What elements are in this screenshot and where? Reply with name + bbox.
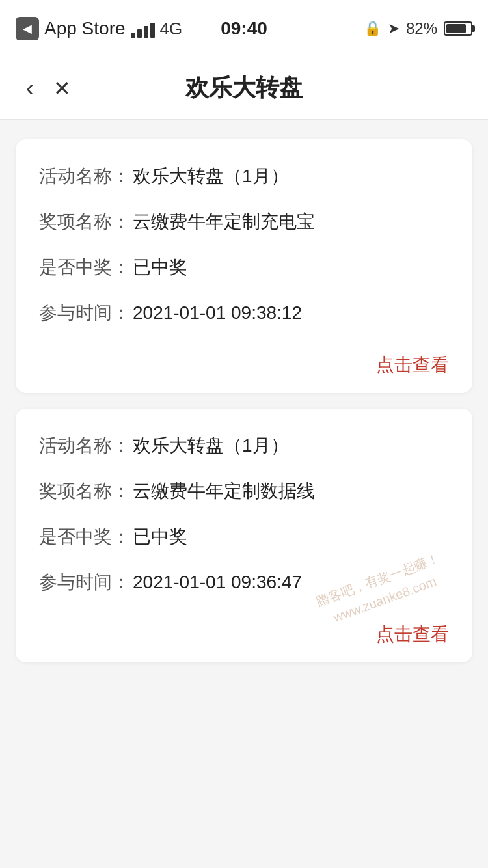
battery-icon xyxy=(444,21,472,36)
status-time: 09:40 xyxy=(221,18,267,39)
prize-value-2: 云缴费牛年定制数据线 xyxy=(133,478,315,505)
prize-row-1: 奖项名称： 云缴费牛年定制充电宝 xyxy=(39,208,449,236)
win-label-1: 是否中奖： xyxy=(39,254,130,281)
win-label-2: 是否中奖： xyxy=(39,523,130,550)
page-title: 欢乐大转盘 xyxy=(185,72,303,104)
activity-label-1: 活动名称： xyxy=(39,163,130,190)
time-row-2: 参与时间： 2021-01-01 09:36:47 xyxy=(39,569,449,596)
lock-icon: 🔒 xyxy=(364,20,381,37)
time-label-1: 参与时间： xyxy=(39,299,130,327)
prize-label-2: 奖项名称： xyxy=(39,478,130,505)
time-label-2: 参与时间： xyxy=(39,569,130,596)
time-value-2: 2021-01-01 09:36:47 xyxy=(133,569,302,596)
activity-value-2: 欢乐大转盘（1月） xyxy=(133,432,289,459)
app-store-icon xyxy=(16,17,39,40)
signal-bar-3 xyxy=(144,26,148,38)
status-left: App Store 4G xyxy=(16,17,182,40)
battery-percent: 82% xyxy=(406,20,437,38)
back-button[interactable]: ‹ xyxy=(20,68,40,109)
close-button[interactable]: ✕ xyxy=(47,70,77,107)
time-value-1: 2021-01-01 09:38:12 xyxy=(133,299,302,327)
card-footer-1: 点击查看 xyxy=(39,345,449,380)
status-bar: App Store 4G 09:40 🔒 ➤ 82% xyxy=(0,0,488,57)
win-row-2: 是否中奖： 已中奖 xyxy=(39,523,449,550)
status-right: 🔒 ➤ 82% xyxy=(364,20,472,38)
prize-label-1: 奖项名称： xyxy=(39,208,130,236)
signal-bar-1 xyxy=(131,33,135,38)
prize-value-1: 云缴费牛年定制充电宝 xyxy=(133,208,315,236)
win-value-2: 已中奖 xyxy=(133,523,187,550)
activity-label-2: 活动名称： xyxy=(39,432,130,459)
activity-row-2: 活动名称： 欢乐大转盘（1月） xyxy=(39,432,449,459)
activity-value-1: 欢乐大转盘（1月） xyxy=(133,163,289,190)
location-icon: ➤ xyxy=(388,20,400,37)
signal-bar-2 xyxy=(137,29,142,38)
prize-card-2: 活动名称： 欢乐大转盘（1月） 奖项名称： 云缴费牛年定制数据线 是否中奖： 已… xyxy=(16,409,472,662)
activity-row-1: 活动名称： 欢乐大转盘（1月） xyxy=(39,163,449,190)
content-area: 活动名称： 欢乐大转盘（1月） 奖项名称： 云缴费牛年定制充电宝 是否中奖： 已… xyxy=(0,120,488,682)
signal-indicator xyxy=(131,20,155,38)
prize-row-2: 奖项名称： 云缴费牛年定制数据线 xyxy=(39,478,449,505)
prize-card-1: 活动名称： 欢乐大转盘（1月） 奖项名称： 云缴费牛年定制充电宝 是否中奖： 已… xyxy=(16,139,472,393)
win-row-1: 是否中奖： 已中奖 xyxy=(39,254,449,281)
card-footer-2: 点击查看 xyxy=(39,614,449,649)
signal-bar-4 xyxy=(150,23,155,38)
battery-fill xyxy=(446,24,466,33)
view-button-1[interactable]: 点击查看 xyxy=(376,350,449,380)
network-type: 4G xyxy=(160,19,183,39)
time-row-1: 参与时间： 2021-01-01 09:38:12 xyxy=(39,299,449,327)
view-button-2[interactable]: 点击查看 xyxy=(376,619,449,649)
app-store-label: App Store xyxy=(44,18,126,39)
nav-bar: ‹ ✕ 欢乐大转盘 xyxy=(0,57,488,120)
win-value-1: 已中奖 xyxy=(133,254,187,281)
